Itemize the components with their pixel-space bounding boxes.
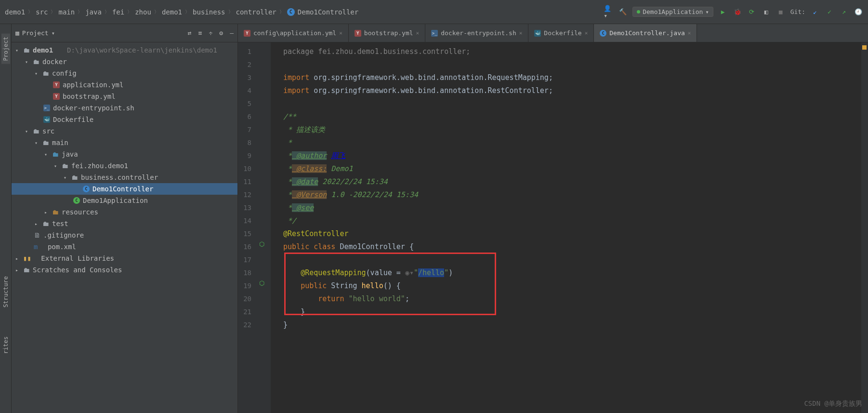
project-panel-header: ▦ Project ▾ ⇄ ≡ ÷ ⚙ — <box>12 24 237 42</box>
maven-icon: m <box>34 243 38 251</box>
tree-scratches[interactable]: ▸🖿Scratches and Consoles <box>12 264 237 276</box>
spring-gutter-icon[interactable]: ⬡ <box>259 280 264 287</box>
java-class-icon: C <box>83 186 90 192</box>
tree-file-dockerfile[interactable]: 🐳Dockerfile <box>12 114 237 125</box>
breadcrumb-item[interactable]: Demo1Controller <box>298 8 358 16</box>
tree-external-libs[interactable]: ▸▮▮ External Libraries <box>12 253 237 264</box>
settings-icon[interactable]: ⚙ <box>219 29 223 37</box>
shell-icon: >_ <box>431 30 438 37</box>
tree-root[interactable]: ▾🖿demo1 D:\java\workSpace-learn\jenkins\… <box>12 44 237 56</box>
select-opened-icon[interactable]: ⇄ <box>188 29 192 37</box>
breadcrumb: demo1〉 src〉 main〉 java〉 fei〉 zhou〉 demo1… <box>5 8 358 16</box>
breadcrumb-item[interactable]: controller <box>236 8 276 16</box>
breadcrumb-item[interactable]: java <box>85 8 102 16</box>
code-editor[interactable]: 12345678910111213141516171819202122 ⬡ ⬡ … <box>238 42 868 413</box>
breadcrumb-item[interactable]: main <box>58 8 75 16</box>
build-icon[interactable]: 🔨 <box>618 7 628 17</box>
warning-marker-icon[interactable] <box>862 45 867 50</box>
tree-folder-docker[interactable]: ▾🖿docker <box>12 56 237 67</box>
git-history-icon[interactable]: 🕘 <box>854 7 863 17</box>
close-icon[interactable]: ✕ <box>519 30 523 36</box>
close-icon[interactable]: ✕ <box>339 30 342 36</box>
tab-dockerfile[interactable]: 🐳Dockerfile✕ <box>528 24 594 42</box>
class-icon: C <box>287 8 295 16</box>
view-mode-dropdown-icon[interactable]: ▾ <box>52 30 55 37</box>
git-update-icon[interactable]: ↙ <box>810 7 820 17</box>
close-icon[interactable]: ✕ <box>688 30 691 36</box>
favorites-tool-tab[interactable]: rites <box>2 336 9 354</box>
breadcrumb-item[interactable]: fei <box>112 8 124 16</box>
breadcrumb-item[interactable]: demo1 <box>5 8 25 16</box>
coverage-icon[interactable]: ⟳ <box>747 7 757 17</box>
yml-icon: Y <box>53 93 60 100</box>
tab-app-yml[interactable]: Yconfig\application.yml✕ <box>238 24 349 42</box>
tree-file-gitignore[interactable]: 🗎.gitignore <box>12 229 237 241</box>
tree-file-controller[interactable]: CDemo1Controller <box>12 183 237 195</box>
close-icon[interactable]: ✕ <box>585 30 588 36</box>
profiler-icon[interactable]: ◧ <box>762 7 771 17</box>
library-icon: ▮▮ <box>23 254 31 262</box>
error-stripe <box>861 42 868 413</box>
shell-icon: >_ <box>43 105 50 111</box>
left-tool-strip: Project Structure rites <box>0 24 12 413</box>
git-commit-icon[interactable]: ✓ <box>825 7 834 17</box>
breadcrumb-item[interactable]: zhou <box>135 8 151 16</box>
spring-gutter-icon[interactable]: ⬡ <box>259 240 264 248</box>
project-tool-tab[interactable]: Project <box>1 34 10 64</box>
tree-file-application[interactable]: CDemo1Application <box>12 195 237 206</box>
tree-folder-resources[interactable]: ▸🖿resources <box>12 206 237 218</box>
code-content[interactable]: package fei.zhou.demo1.business.controll… <box>277 42 861 413</box>
tree-file-entrypoint[interactable]: >_docker-entrypoint.sh <box>12 102 237 114</box>
tree-package-controller[interactable]: ▾🖿business.controller <box>12 172 237 183</box>
breadcrumb-item[interactable]: demo1 <box>162 8 182 16</box>
project-tree[interactable]: ▾🖿demo1 D:\java\workSpace-learn\jenkins\… <box>12 42 237 413</box>
yml-icon: Y <box>53 81 60 88</box>
project-panel: ▦ Project ▾ ⇄ ≡ ÷ ⚙ — ▾🖿demo1 D:\java\wo… <box>12 24 238 413</box>
close-icon[interactable]: ✕ <box>416 30 420 36</box>
tree-folder-test[interactable]: ▸🖿test <box>12 218 237 229</box>
toolbar-right: 👤▾ 🔨 Demo1Application ▾ ▶ 🐞 ⟳ ◧ ■ Git: ↙… <box>604 7 863 17</box>
tree-folder-src[interactable]: ▾🖿src <box>12 125 237 137</box>
line-number-gutter: 12345678910111213141516171819202122 <box>238 42 257 413</box>
watermark: CSDN @单身贵族男 <box>804 400 862 408</box>
breadcrumb-item[interactable]: business <box>193 8 225 16</box>
hide-panel-icon[interactable]: — <box>230 29 234 37</box>
tree-file-app-yml[interactable]: Yapplication.yml <box>12 79 237 91</box>
collapse-all-icon[interactable]: ÷ <box>209 29 213 37</box>
java-class-icon: C <box>600 30 606 37</box>
run-config-dropdown[interactable]: Demo1Application ▾ <box>632 7 713 17</box>
tree-folder-main[interactable]: ▾🖿main <box>12 137 237 148</box>
tab-entrypoint[interactable]: >_docker-entrypoint.sh✕ <box>425 24 528 42</box>
yml-icon: Y <box>244 30 250 37</box>
tree-folder-config[interactable]: ▾🖿config <box>12 67 237 79</box>
editor-tabs: Yconfig\application.yml✕ Ybootstrap.yml✕… <box>238 24 868 42</box>
docker-icon: 🐳 <box>43 116 50 123</box>
docker-icon: 🐳 <box>534 30 541 37</box>
panel-title[interactable]: Project <box>22 29 49 37</box>
java-run-class-icon: C <box>73 197 80 204</box>
top-toolbar: demo1〉 src〉 main〉 java〉 fei〉 zhou〉 demo1… <box>0 0 868 24</box>
git-label: Git: <box>790 8 805 15</box>
project-pane-icon: ▦ <box>15 29 19 37</box>
expand-all-icon[interactable]: ≡ <box>198 29 202 37</box>
status-dot-icon <box>637 10 640 13</box>
gutter-icons: ⬡ ⬡ <box>257 42 271 413</box>
yml-icon: Y <box>355 30 361 37</box>
user-icon[interactable]: 👤▾ <box>604 7 613 17</box>
fold-column <box>271 42 277 413</box>
stop-icon[interactable]: ■ <box>776 7 786 17</box>
editor-area: Yconfig\application.yml✕ Ybootstrap.yml✕… <box>238 24 868 413</box>
tree-package[interactable]: ▾🖿fei.zhou.demo1 <box>12 160 237 172</box>
git-push-icon[interactable]: ↗ <box>839 7 849 17</box>
tab-boot-yml[interactable]: Ybootstrap.yml✕ <box>349 24 425 42</box>
tree-folder-java[interactable]: ▾🖿java <box>12 148 237 160</box>
structure-tool-tab[interactable]: Structure <box>2 276 9 307</box>
tab-controller[interactable]: CDemo1Controller.java✕ <box>594 24 697 42</box>
run-icon[interactable]: ▶ <box>718 7 728 17</box>
breadcrumb-item[interactable]: src <box>36 8 48 16</box>
tree-file-boot-yml[interactable]: Ybootstrap.yml <box>12 91 237 102</box>
run-config-label: Demo1Application <box>643 8 703 15</box>
tree-file-pom[interactable]: m pom.xml <box>12 241 237 253</box>
debug-icon[interactable]: 🐞 <box>733 7 742 17</box>
